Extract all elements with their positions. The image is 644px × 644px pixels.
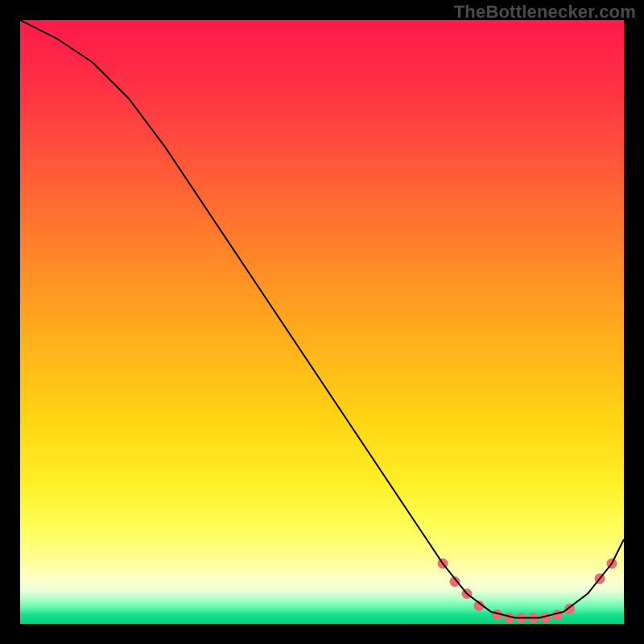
curve-marker xyxy=(492,609,502,620)
curve-marker xyxy=(528,613,539,623)
curve-marker xyxy=(595,573,605,584)
curve-marker xyxy=(607,559,617,569)
curve-marker xyxy=(474,601,485,611)
gradient-plot-area xyxy=(20,20,624,624)
bottleneck-curve xyxy=(20,20,624,618)
curve-marker xyxy=(450,576,460,587)
curve-marker xyxy=(552,609,563,620)
curve-marker xyxy=(504,613,514,623)
marker-group xyxy=(438,559,617,624)
curve-marker xyxy=(462,588,473,599)
curve-marker xyxy=(438,559,448,569)
curve-marker xyxy=(564,604,575,614)
curve-layer xyxy=(20,20,624,624)
curve-marker xyxy=(516,613,526,623)
chart-frame: TheBottlenecker.com xyxy=(0,0,644,644)
curve-marker xyxy=(540,613,551,623)
